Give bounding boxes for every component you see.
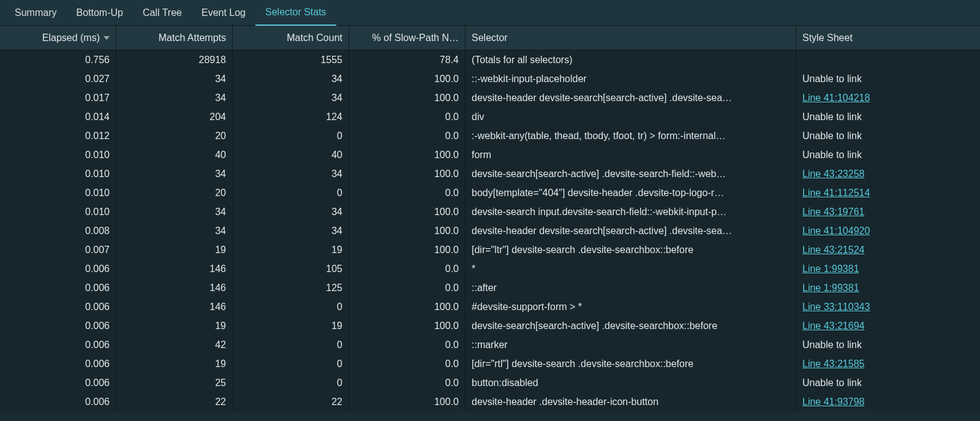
stylesheet-link[interactable]: Line 43:21694 — [802, 320, 864, 331]
stylesheet-link[interactable]: Line 43:21585 — [802, 358, 864, 369]
cell-elapsed: 0.006 — [0, 316, 116, 335]
cell-count: 19 — [233, 316, 349, 335]
table-row[interactable]: 0.0103434100.0devsite-search[search-acti… — [0, 164, 980, 183]
cell-count: 34 — [233, 202, 349, 221]
cell-count: 0 — [233, 373, 349, 392]
stylesheet-link[interactable]: Line 41:112514 — [802, 188, 870, 198]
cell-count: 0 — [233, 335, 349, 354]
cell-elapsed: 0.006 — [0, 373, 116, 392]
table-row[interactable]: 0.0062500.0button:disabledUnable to link — [0, 373, 980, 392]
stylesheet-link[interactable]: Line 43:21524 — [802, 245, 864, 255]
col-header-selector[interactable]: Selector — [466, 26, 796, 50]
cell-stylesheet: Unable to link — [796, 145, 980, 164]
cell-elapsed: 0.008 — [0, 221, 116, 240]
cell-selector: body[template="404"] devsite-header .dev… — [466, 183, 796, 202]
stylesheet-link[interactable]: Line 43:23258 — [802, 169, 864, 179]
cell-stylesheet: Unable to link — [796, 126, 980, 145]
tab-event-log[interactable]: Event Log — [192, 0, 255, 26]
cell-stylesheet: Line 41:104920 — [796, 221, 980, 240]
cell-slowpath: 100.0 — [349, 164, 466, 183]
tab-bottom-up[interactable]: Bottom-Up — [66, 0, 132, 26]
cell-selector: * — [466, 259, 796, 278]
table-row[interactable]: 0.0103434100.0devsite-search input.devsi… — [0, 202, 980, 221]
cell-stylesheet — [796, 50, 980, 69]
cell-selector: devsite-header .devsite-header-icon-butt… — [466, 392, 796, 411]
table-row[interactable]: 0.0273434100.0::-webkit-input-placeholde… — [0, 69, 980, 88]
cell-selector: [dir="rtl"] devsite-search .devsite-sear… — [466, 354, 796, 373]
cell-selector: devsite-search[search-active] .devsite-s… — [466, 164, 796, 183]
cell-count: 34 — [233, 221, 349, 240]
cell-selector: ::marker — [466, 335, 796, 354]
cell-count: 34 — [233, 69, 349, 88]
cell-selector: devsite-header devsite-search[search-act… — [466, 88, 796, 107]
table-row[interactable]: 0.0083434100.0devsite-header devsite-sea… — [0, 221, 980, 240]
col-header-elapsed[interactable]: Elapsed (ms) — [0, 26, 116, 50]
cell-stylesheet: Line 1:99381 — [796, 259, 980, 278]
table-row[interactable]: 0.75628918155578.4(Totals for all select… — [0, 50, 980, 69]
cell-slowpath: 100.0 — [349, 297, 466, 316]
table-row[interactable]: 0.0061900.0[dir="rtl"] devsite-search .d… — [0, 354, 980, 373]
cell-stylesheet: Line 41:93798 — [796, 392, 980, 411]
table-row[interactable]: 0.0142041240.0divUnable to link — [0, 107, 980, 126]
stylesheet-link[interactable]: Line 33:110343 — [802, 302, 870, 312]
cell-selector: button:disabled — [466, 373, 796, 392]
col-header-slowpath[interactable]: % of Slow-Path N… — [349, 26, 466, 50]
cell-stylesheet: Unable to link — [796, 335, 980, 354]
cell-attempts: 34 — [116, 88, 233, 107]
cell-slowpath: 100.0 — [349, 240, 466, 259]
stylesheet-link[interactable]: Line 41:104920 — [802, 226, 870, 236]
cell-attempts: 146 — [116, 278, 233, 297]
cell-stylesheet: Line 33:110343 — [796, 297, 980, 316]
stylesheet-link[interactable]: Line 1:99381 — [802, 283, 859, 293]
stylesheet-text: Unable to link — [802, 377, 862, 388]
cell-count: 0 — [233, 183, 349, 202]
table-row[interactable]: 0.0071919100.0[dir="ltr"] devsite-search… — [0, 240, 980, 259]
table-row[interactable]: 0.0173434100.0devsite-header devsite-sea… — [0, 88, 980, 107]
cell-selector: ::-webkit-input-placeholder — [466, 69, 796, 88]
cell-elapsed: 0.006 — [0, 259, 116, 278]
cell-elapsed: 0.007 — [0, 240, 116, 259]
cell-stylesheet: Line 43:21694 — [796, 316, 980, 335]
cell-elapsed: 0.010 — [0, 145, 116, 164]
cell-count: 124 — [233, 107, 349, 126]
cell-selector: devsite-search input.devsite-search-fiel… — [466, 202, 796, 221]
cell-attempts: 19 — [116, 354, 233, 373]
cell-elapsed: 0.006 — [0, 278, 116, 297]
tab-selector-stats[interactable]: Selector Stats — [255, 0, 336, 26]
table-row[interactable]: 0.0102000.0body[template="404"] devsite-… — [0, 183, 980, 202]
cell-attempts: 34 — [116, 202, 233, 221]
table-row[interactable]: 0.0061460100.0#devsite-support-form > *L… — [0, 297, 980, 316]
table-row[interactable]: 0.0062222100.0devsite-header .devsite-he… — [0, 392, 980, 411]
table-row[interactable]: 0.0061919100.0devsite-search[search-acti… — [0, 316, 980, 335]
table-row[interactable]: 0.0061461250.0::afterLine 1:99381 — [0, 278, 980, 297]
cell-count: 34 — [233, 164, 349, 183]
col-header-attempts[interactable]: Match Attempts — [116, 26, 233, 50]
col-header-count[interactable]: Match Count — [233, 26, 349, 50]
table-row[interactable]: 0.0061461050.0*Line 1:99381 — [0, 259, 980, 278]
stylesheet-link[interactable]: Line 41:93798 — [802, 396, 864, 407]
cell-slowpath: 0.0 — [349, 259, 466, 278]
stylesheet-link[interactable]: Line 43:19761 — [802, 207, 864, 217]
table-row[interactable]: 0.0122000.0:-webkit-any(table, thead, tb… — [0, 126, 980, 145]
cell-selector: form — [466, 145, 796, 164]
cell-elapsed: 0.010 — [0, 164, 116, 183]
cell-stylesheet: Line 43:19761 — [796, 202, 980, 221]
table-row[interactable]: 0.0104040100.0formUnable to link — [0, 145, 980, 164]
cell-attempts: 34 — [116, 69, 233, 88]
stylesheet-link[interactable]: Line 1:99381 — [802, 264, 859, 274]
cell-elapsed: 0.006 — [0, 335, 116, 354]
tab-summary[interactable]: Summary — [5, 0, 66, 26]
cell-stylesheet: Unable to link — [796, 69, 980, 88]
cell-selector: ::after — [466, 278, 796, 297]
cell-elapsed: 0.006 — [0, 354, 116, 373]
col-header-sheet[interactable]: Style Sheet — [796, 26, 980, 50]
cell-slowpath: 100.0 — [349, 202, 466, 221]
stylesheet-link[interactable]: Line 41:104218 — [802, 93, 870, 103]
table-row[interactable]: 0.0064200.0::markerUnable to link — [0, 335, 980, 354]
cell-selector: (Totals for all selectors) — [466, 50, 796, 69]
cell-slowpath: 100.0 — [349, 88, 466, 107]
cell-selector: #devsite-support-form > * — [466, 297, 796, 316]
cell-attempts: 42 — [116, 335, 233, 354]
tab-call-tree[interactable]: Call Tree — [133, 0, 192, 26]
cell-attempts: 25 — [116, 373, 233, 392]
